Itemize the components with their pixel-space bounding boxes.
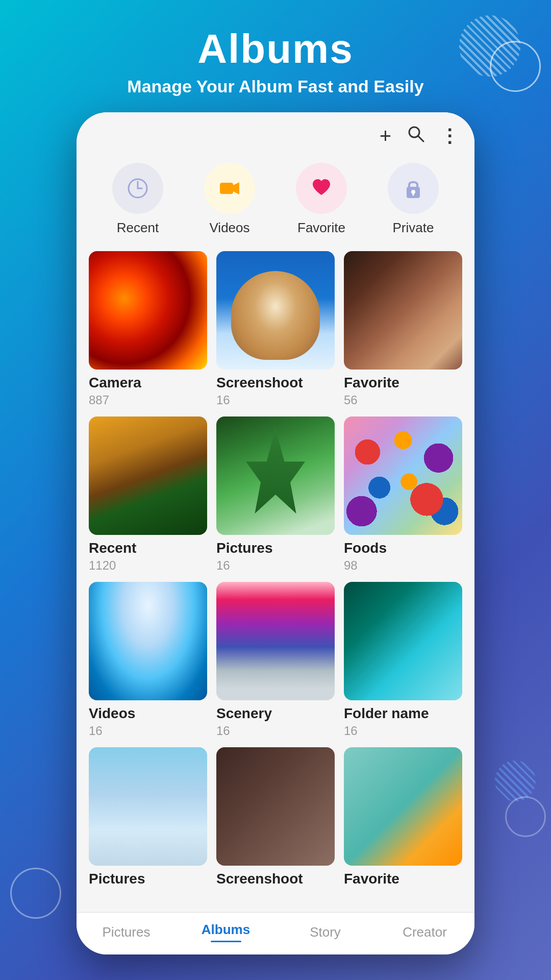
album-item-recent[interactable]: Recent 1120 (89, 416, 207, 573)
album-item-extra3[interactable]: Favorite (344, 747, 462, 887)
more-button[interactable]: ⋮ (440, 126, 459, 147)
album-name-recent: Recent (89, 540, 207, 556)
nav-active-indicator (211, 941, 241, 942)
quick-item-favorite[interactable]: Favorite (296, 163, 347, 236)
album-name-camera: Camera (89, 375, 207, 391)
album-count-recent: 1120 (89, 558, 207, 573)
album-item-folder[interactable]: Folder name 16 (344, 582, 462, 738)
quick-item-recent[interactable]: Recent (112, 163, 163, 236)
album-item-extra1[interactable]: Pictures (89, 747, 207, 887)
private-icon-circle (388, 163, 439, 214)
album-name-pictures: Pictures (216, 540, 335, 556)
album-count-pictures: 16 (216, 558, 335, 573)
svg-line-1 (418, 136, 423, 141)
add-button[interactable]: + (380, 125, 391, 148)
album-count-folder: 16 (344, 724, 462, 738)
nav-label-albums: Albums (202, 922, 250, 938)
favorite-label: Favorite (297, 220, 345, 236)
album-thumb-extra1 (89, 747, 207, 866)
album-count-screenshot: 16 (216, 393, 335, 407)
bottom-nav: Pictures Albums Story Creator (77, 912, 474, 954)
album-item-pictures[interactable]: Pictures 16 (216, 416, 335, 573)
nav-item-pictures[interactable]: Pictures (96, 924, 157, 940)
nav-item-creator[interactable]: Creator (394, 924, 456, 940)
quick-item-videos[interactable]: Videos (204, 163, 255, 236)
album-thumb-folder (344, 582, 462, 700)
album-name-foods: Foods (344, 540, 462, 556)
album-name-extra3: Favorite (344, 871, 462, 887)
album-thumb-scenery (216, 582, 335, 700)
album-item-camera[interactable]: Camera 887 (89, 251, 207, 407)
recent-icon-circle (112, 163, 163, 214)
nav-label-creator: Creator (403, 924, 447, 940)
album-thumb-pictures (216, 416, 335, 535)
album-item-scenery[interactable]: Scenery 16 (216, 582, 335, 738)
quick-item-private[interactable]: Private (388, 163, 439, 236)
quick-access-row: Recent Videos Favorite (77, 153, 474, 241)
album-thumb-recent (89, 416, 207, 535)
search-button[interactable] (407, 125, 425, 148)
album-name-favorite: Favorite (344, 375, 462, 391)
album-item-videos[interactable]: Videos 16 (89, 582, 207, 738)
recent-label: Recent (117, 220, 159, 236)
album-name-folder: Folder name (344, 705, 462, 722)
nav-item-story[interactable]: Story (295, 924, 356, 940)
album-name-extra2: Screenshoot (216, 871, 335, 887)
album-thumb-extra2 (216, 747, 335, 866)
videos-icon-circle (204, 163, 255, 214)
svg-rect-5 (220, 183, 233, 194)
videos-label: Videos (209, 220, 249, 236)
bg-decor-circle-4 (505, 796, 546, 837)
bg-decor-circle-3 (495, 761, 536, 801)
albums-grid: Camera 887 Screenshoot 16 Favorite 56 (77, 241, 474, 912)
album-item-screenshot[interactable]: Screenshoot 16 (216, 251, 335, 407)
phone-mockup: + ⋮ Recent (77, 112, 474, 954)
album-count-camera: 887 (89, 393, 207, 407)
album-item-extra2[interactable]: Screenshoot (216, 747, 335, 887)
album-thumb-extra3 (344, 747, 462, 866)
app-content: + ⋮ Recent (77, 112, 474, 954)
album-name-extra1: Pictures (89, 871, 207, 887)
album-count-videos: 16 (89, 724, 207, 738)
album-count-foods: 98 (344, 558, 462, 573)
album-thumb-favorite (344, 251, 462, 370)
svg-marker-6 (233, 182, 239, 194)
header-subtitle: Manage Your Album Fast and Easily (0, 77, 551, 96)
album-name-screenshot: Screenshoot (216, 375, 335, 391)
header: Albums Manage Your Album Fast and Easily (0, 0, 551, 112)
album-name-videos: Videos (89, 705, 207, 722)
top-bar: + ⋮ (77, 112, 474, 153)
nav-item-albums[interactable]: Albums (195, 922, 257, 942)
album-count-favorite: 56 (344, 393, 462, 407)
favorite-icon-circle (296, 163, 347, 214)
nav-label-pictures: Pictures (103, 924, 151, 940)
album-name-scenery: Scenery (216, 705, 335, 722)
album-thumb-videos (89, 582, 207, 700)
private-label: Private (393, 220, 434, 236)
album-thumb-screenshot (216, 251, 335, 370)
album-item-foods[interactable]: Foods 98 (344, 416, 462, 573)
album-count-scenery: 16 (216, 724, 335, 738)
album-thumb-camera (89, 251, 207, 370)
bg-decor-circle-5 (10, 868, 61, 919)
album-thumb-foods (344, 416, 462, 535)
header-title: Albums (0, 26, 551, 72)
album-item-favorite[interactable]: Favorite 56 (344, 251, 462, 407)
nav-label-story: Story (310, 924, 341, 940)
